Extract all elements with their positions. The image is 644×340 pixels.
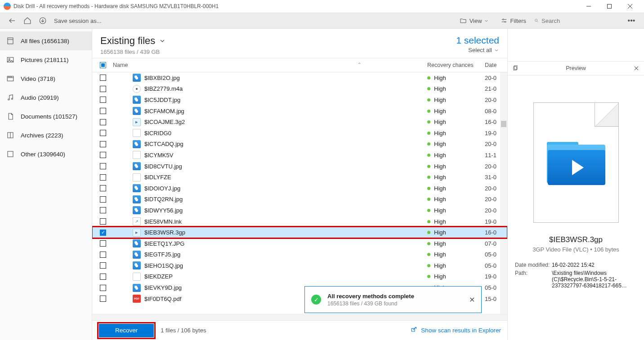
file-type-icon [133,118,141,126]
preview-panel: Preview $IEB3WSR.3gp 3GP Video File (VLC… [507,29,644,340]
select-all-button[interactable]: Select all [456,47,499,53]
file-row[interactable]: $IDOIOYJ.jpgHigh20-0 [92,183,507,194]
column-recovery[interactable]: Recovery chances [427,62,485,68]
maximize-button[interactable] [599,0,620,13]
filters-button[interactable]: Filters [496,14,531,27]
page-title[interactable]: Existing files [100,35,166,47]
status-dot-icon [427,198,430,201]
file-checkbox[interactable] [100,174,106,181]
toast-subtitle: 1656138 files / 439 GB found [327,300,414,307]
status-dot-icon [427,110,430,113]
status-dot-icon [427,275,430,278]
file-checkbox[interactable] [100,252,106,258]
file-checkbox[interactable] [100,285,106,291]
show-in-explorer-link[interactable]: Show scan results in Explorer [410,327,501,334]
search-input[interactable] [541,18,617,24]
file-row[interactable]: $IBZ2779.m4aHigh21-0 [92,84,507,95]
file-checkbox[interactable] [100,130,106,136]
sidebar-item-audio[interactable]: Audio (20919) [0,88,92,107]
download-button[interactable] [36,14,49,27]
file-checkbox[interactable] [100,230,106,236]
file-checkbox[interactable] [100,108,106,114]
meta-key: Date modified: [515,262,552,268]
file-row[interactable]: $IEETQ1Y.JPGHigh07-0 [92,238,507,249]
meta-key: Path: [515,270,552,289]
file-type-icon [133,206,141,214]
file-recovery-chance: High [427,130,485,137]
status-dot-icon [427,231,430,234]
view-dropdown[interactable]: View [455,14,496,27]
save-session-button[interactable]: Save session as... [51,18,104,24]
sidebar-item-pictures[interactable]: Pictures (218111) [0,50,92,69]
preview-thumbnail [533,102,619,223]
file-date: 19-0 [485,218,507,225]
status-dot-icon [427,154,430,157]
file-checkbox[interactable] [100,152,106,158]
file-row[interactable]: $IE58VMN.lnkHigh19-0 [92,216,507,227]
column-name[interactable]: Name [110,62,427,68]
file-name: $IEETQ1Y.JPG [144,240,427,247]
file-type-icon [133,74,141,82]
back-button[interactable] [5,14,19,27]
footer-status: 1 files / 106 bytes [161,327,206,334]
file-date: 05-0 [485,251,507,258]
file-checkbox[interactable] [100,185,106,191]
select-all-checkbox[interactable] [100,62,106,68]
folder-icon [460,17,467,24]
file-checkbox[interactable] [100,240,106,247]
sidebar-item-all-files[interactable]: All files (1656138) [0,31,92,50]
file-checkbox[interactable] [100,274,106,280]
file-row[interactable]: $ICYMK5VHigh11-1 [92,150,507,161]
file-type-icon [133,162,141,170]
file-row[interactable]: $IDTQ2RN.jpgHigh20-0 [92,194,507,205]
toolbar: Save session as... View Filters ••• [0,13,644,29]
home-button[interactable] [21,14,34,27]
file-checkbox[interactable] [100,141,106,147]
file-name: $ICTCADQ.jpg [144,141,427,147]
sidebar: All files (1656138) Pictures (218111) Vi… [0,29,92,340]
file-row[interactable]: $IEGTFJ5.jpgHigh05-0 [92,249,507,261]
copy-icon[interactable] [512,65,519,71]
file-checkbox[interactable] [100,207,106,213]
minimize-button[interactable] [578,0,599,13]
file-row[interactable]: $ICFAMOM.jpgHigh08-0 [92,106,507,117]
close-preview-button[interactable] [633,65,640,71]
file-type-icon [133,184,141,192]
file-checkbox[interactable] [100,262,106,269]
more-options-button[interactable]: ••• [624,17,639,25]
file-row[interactable]: $IC5JDDT.jpgHigh20-0 [92,94,507,106]
close-button[interactable] [620,0,640,13]
search-box[interactable] [531,14,621,27]
file-checkbox[interactable] [100,75,106,81]
file-row[interactable]: $IEB3WSR.3gpHigh16-0 [92,227,507,238]
column-date[interactable]: Date [485,62,507,68]
file-list[interactable]: $IBXBI2O.jpgHigh20-0$IBZ2779.m4aHigh21-0… [92,72,507,314]
toast-title: All recovery methods complete [327,293,414,300]
file-checkbox[interactable] [100,86,106,92]
file-row[interactable]: $ICOAJME.3g2High16-0 [92,116,507,128]
file-checkbox[interactable] [100,218,106,225]
file-checkbox[interactable] [100,163,106,169]
svg-point-22 [8,99,9,100]
recover-button[interactable]: Recover [99,324,154,337]
sidebar-item-other[interactable]: Other (1309640) [0,145,92,163]
file-row[interactable]: $IBXBI2O.jpgHigh20-0 [92,72,507,84]
file-checkbox[interactable] [100,196,106,203]
toast-close-button[interactable]: ✕ [469,296,475,304]
file-checkbox[interactable] [100,119,106,125]
file-row[interactable]: $IEKDZEPHigh19-0 [92,271,507,283]
file-row[interactable]: $ID8CVTU.jpgHigh20-0 [92,161,507,172]
file-row[interactable]: $IEHO1SQ.jpgHigh05-0 [92,260,507,271]
file-checkbox[interactable] [100,296,106,302]
file-row[interactable]: $ICRIDG0High19-0 [92,128,507,139]
sidebar-item-documents[interactable]: Documents (101527) [0,107,92,126]
file-row[interactable]: $IDWYY56.jpgHigh20-0 [92,205,507,216]
file-checkbox[interactable] [100,97,106,103]
file-date: 05-0 [485,284,507,291]
horizontal-scrollbar[interactable] [92,314,507,320]
table-header: Name ⌃ Recovery chances Date [92,58,507,72]
sidebar-item-video[interactable]: Video (3718) [0,69,92,88]
file-row[interactable]: $IDLYFZEHigh31-0 [92,172,507,183]
sidebar-item-archives[interactable]: Archives (2223) [0,126,92,145]
file-row[interactable]: $ICTCADQ.jpgHigh20-0 [92,139,507,150]
